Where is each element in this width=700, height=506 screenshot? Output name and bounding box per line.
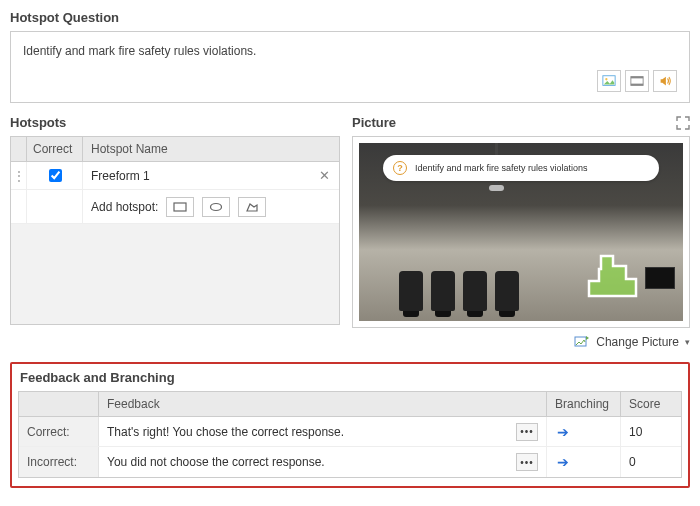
svg-rect-3 bbox=[631, 77, 643, 79]
feedback-section-title: Feedback and Branching bbox=[20, 370, 682, 385]
add-rectangle-button[interactable] bbox=[166, 197, 194, 217]
feedback-edit-button[interactable]: ••• bbox=[516, 423, 538, 441]
branching-button-incorrect[interactable]: ➔ bbox=[547, 447, 621, 477]
add-freeform-button[interactable] bbox=[238, 197, 266, 217]
insert-audio-button[interactable] bbox=[653, 70, 677, 92]
hotspot-shape-freeform[interactable] bbox=[581, 251, 641, 301]
question-text[interactable]: Identify and mark fire safety rules viol… bbox=[23, 42, 256, 58]
svg-point-6 bbox=[211, 203, 222, 210]
feedback-grid: Feedback Branching Score Correct: That's… bbox=[18, 391, 682, 478]
feedback-edit-button[interactable]: ••• bbox=[516, 453, 538, 471]
delete-hotspot-button[interactable]: ✕ bbox=[309, 168, 339, 183]
picture-decor bbox=[463, 271, 487, 311]
feedback-row-label: Correct: bbox=[19, 417, 99, 446]
hotspot-row: ⋮ Freeform 1 ✕ bbox=[11, 162, 339, 190]
chevron-down-icon: ▾ bbox=[685, 337, 690, 347]
hotspot-correct-checkbox[interactable] bbox=[49, 169, 62, 182]
add-hotspot-row: Add hotspot: bbox=[11, 190, 339, 224]
expand-picture-button[interactable] bbox=[676, 116, 690, 133]
change-picture-button[interactable]: Change Picture ▾ bbox=[352, 334, 690, 350]
question-mark-icon: ? bbox=[393, 161, 407, 175]
picture-canvas[interactable]: ? Identify and mark fire safety rules vi… bbox=[359, 143, 683, 321]
picture-tooltip: ? Identify and mark fire safety rules vi… bbox=[383, 155, 659, 181]
feedback-text-incorrect[interactable]: You did not choose the correct response. bbox=[107, 455, 325, 469]
add-oval-button[interactable] bbox=[202, 197, 230, 217]
hotspot-name-cell[interactable]: Freeform 1 bbox=[83, 162, 309, 189]
header-branching: Branching bbox=[547, 392, 621, 416]
picture-frame: ? Identify and mark fire safety rules vi… bbox=[352, 136, 690, 328]
change-picture-icon bbox=[574, 334, 590, 350]
change-picture-label: Change Picture bbox=[596, 335, 679, 349]
picture-decor bbox=[645, 267, 675, 289]
header-correct: Correct bbox=[27, 137, 83, 161]
feedback-text-correct[interactable]: That's right! You chose the correct resp… bbox=[107, 425, 344, 439]
picture-decor bbox=[399, 271, 423, 311]
header-feedback: Feedback bbox=[99, 392, 547, 416]
hotspots-empty-area bbox=[11, 224, 339, 324]
feedback-section: Feedback and Branching Feedback Branchin… bbox=[10, 362, 690, 488]
svg-rect-5 bbox=[174, 203, 186, 211]
feedback-row-label: Incorrect: bbox=[19, 447, 99, 477]
branching-button-correct[interactable]: ➔ bbox=[547, 417, 621, 446]
header-name: Hotspot Name bbox=[83, 137, 339, 161]
media-buttons bbox=[597, 70, 677, 92]
picture-decor bbox=[495, 271, 519, 311]
feedback-header: Feedback Branching Score bbox=[19, 392, 681, 417]
picture-decor bbox=[431, 271, 455, 311]
feedback-row-correct: Correct: That's right! You chose the cor… bbox=[19, 417, 681, 447]
question-section-title: Hotspot Question bbox=[10, 10, 690, 25]
drag-handle-icon[interactable]: ⋮ bbox=[11, 162, 27, 189]
header-score: Score bbox=[621, 392, 681, 416]
hotspots-grid: Correct Hotspot Name ⋮ Freeform 1 ✕ Add … bbox=[10, 136, 340, 325]
svg-point-1 bbox=[605, 78, 607, 80]
hotspots-header: Correct Hotspot Name bbox=[11, 137, 339, 162]
svg-rect-4 bbox=[631, 84, 643, 86]
insert-image-button[interactable] bbox=[597, 70, 621, 92]
insert-video-button[interactable] bbox=[625, 70, 649, 92]
score-correct[interactable]: 10 bbox=[621, 417, 681, 446]
question-box: Identify and mark fire safety rules viol… bbox=[10, 31, 690, 103]
add-hotspot-label: Add hotspot: bbox=[91, 200, 158, 214]
score-incorrect[interactable]: 0 bbox=[621, 447, 681, 477]
hotspots-section-title: Hotspots bbox=[10, 115, 340, 130]
picture-tooltip-text: Identify and mark fire safety rules viol… bbox=[415, 163, 588, 173]
feedback-row-incorrect: Incorrect: You did not choose the correc… bbox=[19, 447, 681, 477]
picture-section-title: Picture bbox=[352, 115, 396, 130]
